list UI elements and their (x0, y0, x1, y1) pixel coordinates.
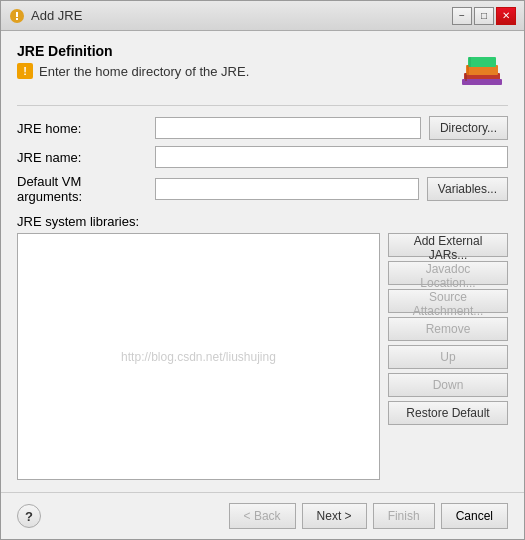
javadoc-location-button[interactable]: Javadoc Location... (388, 261, 508, 285)
jre-name-row: JRE name: (17, 146, 508, 168)
footer-left: ? (17, 504, 41, 528)
header-section: JRE Definition ! Enter the home director… (17, 43, 508, 106)
title-bar: Add JRE − □ ✕ (1, 1, 524, 31)
vm-args-input[interactable] (155, 178, 419, 200)
svg-rect-6 (462, 79, 502, 85)
svg-rect-5 (468, 57, 496, 67)
add-external-jars-button[interactable]: Add External JARs... (388, 233, 508, 257)
title-controls: − □ ✕ (452, 7, 516, 25)
back-button[interactable]: < Back (229, 503, 296, 529)
down-button[interactable]: Down (388, 373, 508, 397)
warning-icon: ! (17, 63, 33, 79)
main-content: JRE Definition ! Enter the home director… (1, 31, 524, 492)
window-title: Add JRE (31, 8, 82, 23)
libraries-list: http://blog.csdn.net/liushujing (17, 233, 380, 480)
title-bar-left: Add JRE (9, 8, 82, 24)
header-title: JRE Definition (17, 43, 249, 59)
books-icon (456, 43, 508, 95)
close-button[interactable]: ✕ (496, 7, 516, 25)
svg-rect-2 (16, 18, 18, 20)
libraries-body: http://blog.csdn.net/liushujing Add Exte… (17, 233, 508, 480)
next-button[interactable]: Next > (302, 503, 367, 529)
cancel-button[interactable]: Cancel (441, 503, 508, 529)
add-jre-window: Add JRE − □ ✕ JRE Definition ! Enter the… (0, 0, 525, 540)
libraries-section: JRE system libraries: http://blog.csdn.n… (17, 214, 508, 480)
header-desc-text: Enter the home directory of the JRE. (39, 64, 249, 79)
footer-right: < Back Next > Finish Cancel (229, 503, 508, 529)
svg-rect-1 (16, 12, 18, 17)
libraries-buttons: Add External JARs... Javadoc Location...… (388, 233, 508, 480)
jre-home-label: JRE home: (17, 121, 147, 136)
vm-args-row: Default VM arguments: Variables... (17, 174, 508, 204)
jre-home-row: JRE home: Directory... (17, 116, 508, 140)
header-text: JRE Definition ! Enter the home director… (17, 43, 249, 79)
remove-button[interactable]: Remove (388, 317, 508, 341)
maximize-button[interactable]: □ (474, 7, 494, 25)
help-button[interactable]: ? (17, 504, 41, 528)
jre-name-input[interactable] (155, 146, 508, 168)
header-description: ! Enter the home directory of the JRE. (17, 63, 249, 79)
jre-home-input[interactable] (155, 117, 421, 139)
restore-default-button[interactable]: Restore Default (388, 401, 508, 425)
jre-name-label: JRE name: (17, 150, 147, 165)
finish-button[interactable]: Finish (373, 503, 435, 529)
watermark-text: http://blog.csdn.net/liushujing (121, 350, 276, 364)
variables-button[interactable]: Variables... (427, 177, 508, 201)
form-area: JRE home: Directory... JRE name: Default… (17, 116, 508, 204)
window-icon (9, 8, 25, 24)
libraries-label: JRE system libraries: (17, 214, 508, 229)
up-button[interactable]: Up (388, 345, 508, 369)
footer: ? < Back Next > Finish Cancel (1, 492, 524, 539)
directory-button[interactable]: Directory... (429, 116, 508, 140)
source-attachment-button[interactable]: Source Attachment... (388, 289, 508, 313)
minimize-button[interactable]: − (452, 7, 472, 25)
vm-args-label: Default VM arguments: (17, 174, 147, 204)
